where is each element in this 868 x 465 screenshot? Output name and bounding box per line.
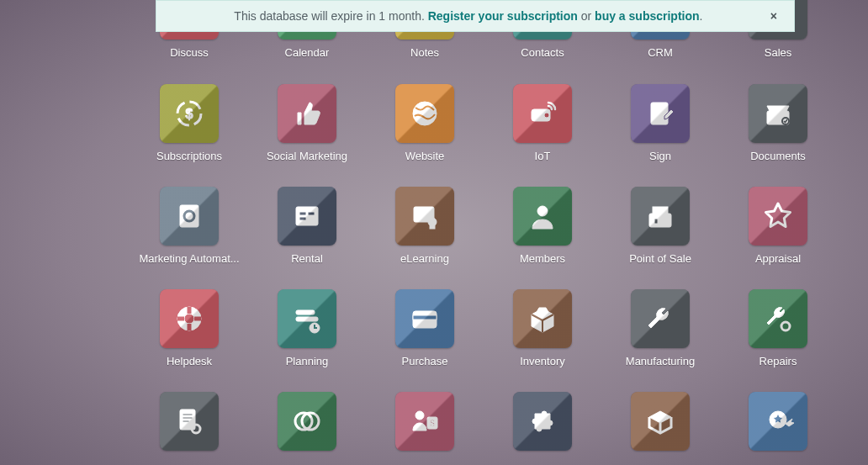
card-icon xyxy=(395,289,454,348)
docgear-icon xyxy=(160,392,219,451)
app-rental[interactable]: Rental xyxy=(248,187,366,265)
app-inventory[interactable]: Inventory xyxy=(484,289,601,367)
plan-icon xyxy=(278,289,336,348)
ribbon-icon xyxy=(749,392,807,451)
app-label: Calendar xyxy=(285,46,330,59)
banner-text: . xyxy=(700,9,703,23)
puzzle-icon xyxy=(513,392,572,451)
thumb-icon xyxy=(278,84,336,143)
register-subscription-link[interactable]: Register your subscription xyxy=(428,9,578,23)
app-label: Contacts xyxy=(521,46,564,59)
documents-icon xyxy=(749,84,807,143)
app-ribbon[interactable] xyxy=(719,392,837,457)
app-label: Purchase xyxy=(402,355,448,367)
app-elearning[interactable]: eLearning xyxy=(366,187,484,265)
app-label: Appraisal xyxy=(755,252,801,265)
star-icon xyxy=(749,187,807,246)
app-label: Inventory xyxy=(520,355,564,367)
app-website[interactable]: Website xyxy=(366,84,484,162)
app-repairs[interactable]: Repairs xyxy=(719,289,837,367)
app-label: eLearning xyxy=(400,252,449,265)
iot-icon xyxy=(513,84,572,143)
venn-icon xyxy=(278,392,336,451)
app-label: Sales xyxy=(765,46,792,59)
app-open[interactable] xyxy=(601,392,719,457)
banner-message: This database will expire in 1 month. Re… xyxy=(170,9,767,23)
banner-text: This database will expire in 1 month. xyxy=(234,9,427,23)
app-social-marketing[interactable]: Social Marketing xyxy=(248,84,366,162)
app-documents[interactable]: Documents xyxy=(719,84,837,162)
user-icon xyxy=(513,187,572,246)
app-label: Helpdesk xyxy=(167,355,212,367)
app-label: Rental xyxy=(291,252,323,265)
pos-icon xyxy=(631,187,690,246)
app-appraisal[interactable]: Appraisal xyxy=(719,187,837,265)
wrench-icon xyxy=(631,289,690,348)
app-label: Notes xyxy=(410,46,439,59)
app-label: CRM xyxy=(648,46,673,59)
app-sign[interactable]: Sign xyxy=(601,84,719,162)
app-label: Discuss xyxy=(170,46,209,59)
app-purchase[interactable]: Purchase xyxy=(366,289,484,367)
close-icon[interactable]: × xyxy=(767,9,781,23)
app-label: Point of Sale xyxy=(629,252,691,265)
app-subscriptions[interactable]: Subscriptions xyxy=(130,84,248,162)
rental-icon xyxy=(278,187,336,246)
app-label: Marketing Automat... xyxy=(139,252,239,265)
subscription-icon xyxy=(160,84,219,143)
app-members[interactable]: Members xyxy=(484,187,601,265)
payroll-icon xyxy=(395,392,454,451)
app-payroll[interactable] xyxy=(366,392,484,457)
app-helpdesk[interactable]: Helpdesk xyxy=(130,289,248,367)
life-icon xyxy=(160,289,219,348)
app-planning[interactable]: Planning xyxy=(248,289,366,367)
subscription-banner: This database will expire in 1 month. Re… xyxy=(156,0,795,32)
globe-icon xyxy=(395,84,454,143)
banner-text: or xyxy=(578,9,595,23)
app-venn[interactable] xyxy=(248,392,366,457)
app-marketing-automat-[interactable]: Marketing Automat... xyxy=(130,187,248,265)
app-iot[interactable]: IoT xyxy=(484,84,601,162)
app-label: Subscriptions xyxy=(156,150,222,162)
app-label: Repairs xyxy=(760,355,797,367)
app-docgear[interactable] xyxy=(130,392,248,457)
buy-subscription-link[interactable]: buy a subscription xyxy=(595,9,699,23)
geardoc-icon xyxy=(160,187,219,246)
box-icon xyxy=(513,289,572,348)
app-label: Members xyxy=(520,252,565,265)
app-label: Social Marketing xyxy=(267,150,347,162)
app-label: Website xyxy=(405,150,445,162)
app-label: Documents xyxy=(750,150,806,162)
app-point-of-sale[interactable]: Point of Sale xyxy=(601,187,719,265)
app-manufacturing[interactable]: Manufacturing xyxy=(601,289,719,367)
app-puzzle[interactable] xyxy=(484,392,601,457)
app-label: Planning xyxy=(286,355,329,367)
open-icon xyxy=(631,392,690,451)
app-label: Sign xyxy=(649,150,671,162)
app-label: IoT xyxy=(535,150,551,162)
app-label: Manufacturing xyxy=(626,355,695,367)
elearning-icon xyxy=(395,187,454,246)
wrenchgear-icon xyxy=(749,289,807,348)
sign-icon xyxy=(631,84,690,143)
